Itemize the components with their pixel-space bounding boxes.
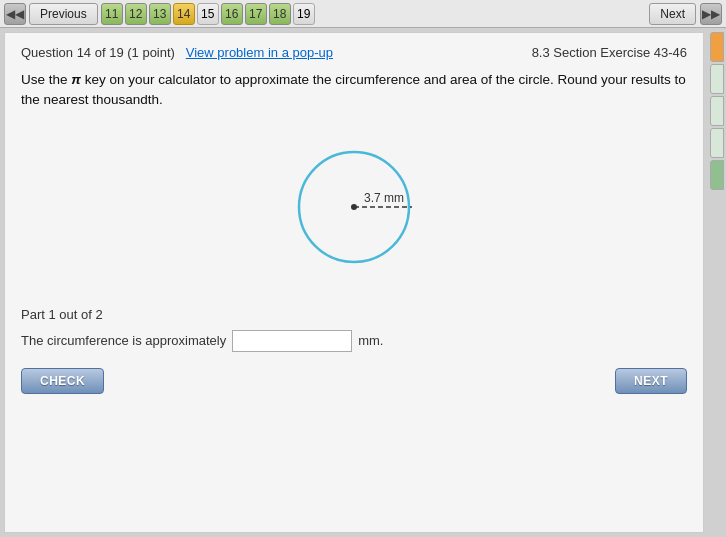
section-ref: 8.3 Section Exercise 43-46 xyxy=(532,45,687,60)
question-area: Question 14 of 19 (1 point) View problem… xyxy=(4,32,704,533)
nav-num-18[interactable]: 18 xyxy=(269,3,291,25)
text-after-pi: key on your calculator to approximate th… xyxy=(21,72,686,107)
circle-diagram: 3.7 mm xyxy=(274,127,434,287)
nav-bar: ◀◀ Previous 111213141516171819 Next ▶▶ xyxy=(0,0,726,28)
part-next-button[interactable]: NEXT xyxy=(615,368,687,394)
svg-text:3.7 mm: 3.7 mm xyxy=(364,191,404,205)
nav-num-19[interactable]: 19 xyxy=(293,3,315,25)
sidebar-tab-green[interactable] xyxy=(710,160,724,190)
page-numbers: 111213141516171819 xyxy=(101,3,315,25)
nav-num-15[interactable]: 15 xyxy=(197,3,219,25)
diagram-area: 3.7 mm xyxy=(21,127,687,287)
nav-num-11[interactable]: 11 xyxy=(101,3,123,25)
question-text: Use the π key on your calculator to appr… xyxy=(21,70,687,111)
nav-num-14[interactable]: 14 xyxy=(173,3,195,25)
main-content: Question 14 of 19 (1 point) View problem… xyxy=(0,28,726,537)
answer-label: The circumference is approximately xyxy=(21,333,226,348)
next-button[interactable]: Next xyxy=(649,3,696,25)
nav-num-12[interactable]: 12 xyxy=(125,3,147,25)
check-button[interactable]: CHECK xyxy=(21,368,104,394)
answer-line: The circumference is approximately mm. xyxy=(21,330,687,352)
part-info: Part 1 out of 2 xyxy=(21,307,687,322)
right-sidebar xyxy=(708,28,726,537)
nav-right: Next ▶▶ xyxy=(649,3,722,25)
nav-num-16[interactable]: 16 xyxy=(221,3,243,25)
question-header: Question 14 of 19 (1 point) View problem… xyxy=(21,45,687,60)
nav-num-17[interactable]: 17 xyxy=(245,3,267,25)
nav-num-13[interactable]: 13 xyxy=(149,3,171,25)
sidebar-tab-light2[interactable] xyxy=(710,96,724,126)
popup-link[interactable]: View problem in a pop-up xyxy=(186,45,333,60)
answer-unit: mm. xyxy=(358,333,383,348)
question-meta: Question 14 of 19 (1 point) View problem… xyxy=(21,45,333,60)
sidebar-tab-orange[interactable] xyxy=(710,32,724,62)
nav-prev-arrow[interactable]: ◀◀ xyxy=(4,3,26,25)
sidebar-tab-light1[interactable] xyxy=(710,64,724,94)
text-before-pi: Use the xyxy=(21,72,71,87)
button-row: CHECK NEXT xyxy=(21,368,687,394)
pi-symbol: π xyxy=(71,72,81,87)
question-info: Question 14 of 19 (1 point) xyxy=(21,45,175,60)
prev-button[interactable]: Previous xyxy=(29,3,98,25)
nav-next-arrow[interactable]: ▶▶ xyxy=(700,3,722,25)
circumference-input[interactable] xyxy=(232,330,352,352)
sidebar-tab-light3[interactable] xyxy=(710,128,724,158)
